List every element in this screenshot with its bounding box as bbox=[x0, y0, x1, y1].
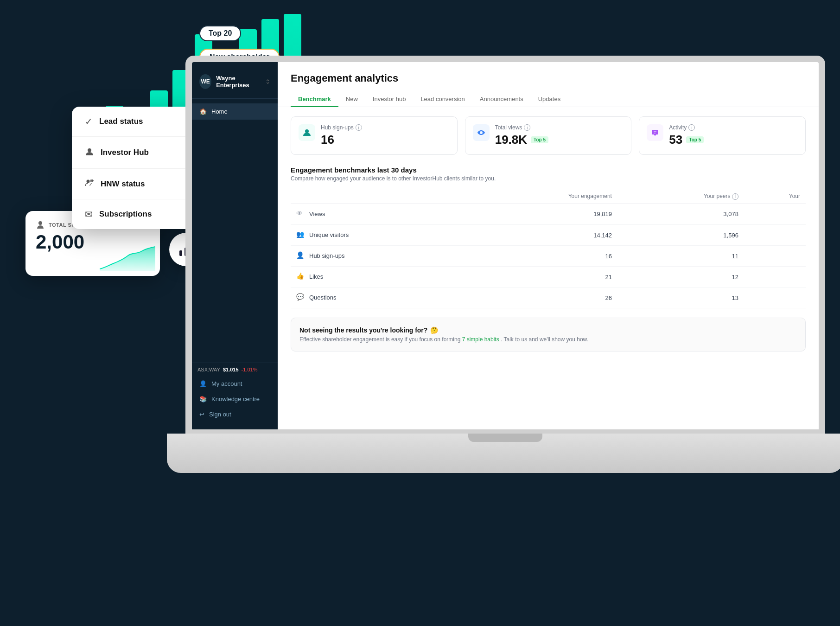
unique-visitors-icon: 👥 bbox=[296, 230, 305, 240]
stat-card-hub-signups: Hub sign-ups i 16 bbox=[291, 116, 458, 155]
views-your bbox=[744, 204, 806, 225]
brand-name: Wayne Enterprises bbox=[216, 75, 260, 89]
hub-signups-value: 16 bbox=[321, 133, 450, 147]
my-account-label: My account bbox=[211, 380, 242, 387]
tabs-bar: Benchmark New Investor hub Lead conversi… bbox=[291, 92, 806, 107]
laptop-screen: WE Wayne Enterprises 🏠 Home ASX:WAY $1.0… bbox=[185, 56, 825, 436]
col-your: Your bbox=[744, 189, 806, 204]
benchmark-row-unique-visitors: 👥 Unique visitors 14,142 1,596 bbox=[291, 225, 806, 246]
knowledge-centre-icon: 📚 bbox=[199, 396, 207, 402]
stat-cards: Hub sign-ups i 16 bbox=[291, 116, 806, 155]
hub-signups-your bbox=[744, 246, 806, 267]
lead-status-label: Lead status bbox=[99, 117, 143, 126]
hub-signups-your-peers: 11 bbox=[617, 246, 744, 267]
svg-point-4 bbox=[87, 180, 90, 183]
sidebar-home-label: Home bbox=[211, 108, 228, 115]
total-views-info-icon[interactable]: i bbox=[524, 124, 530, 131]
sign-out-label: Sign out bbox=[209, 411, 231, 418]
question-icon: 🤔 bbox=[430, 326, 438, 334]
main-header: Engagement analytics Benchmark New Inves… bbox=[278, 62, 819, 107]
laptop-base bbox=[167, 434, 840, 473]
svg-point-3 bbox=[88, 148, 91, 152]
home-icon: 🏠 bbox=[199, 108, 207, 115]
not-seeing-title: Not seeing the results you're looking fo… bbox=[299, 326, 797, 334]
laptop-base-notch bbox=[468, 434, 542, 442]
col-metric bbox=[291, 189, 466, 204]
questions-icon: 💬 bbox=[296, 293, 305, 302]
benchmark-title: Engagement benchmarks last 30 days bbox=[291, 166, 806, 174]
shareholders-mini-chart bbox=[100, 246, 155, 271]
investor-hub-icon bbox=[85, 147, 94, 159]
benchmark-row-views: 👁 Views 19,819 3,078 bbox=[291, 204, 806, 225]
investor-hub-label: Investor Hub bbox=[101, 148, 149, 157]
sidebar-item-sign-out[interactable]: ↩ Sign out bbox=[192, 407, 278, 422]
main-content: Engagement analytics Benchmark New Inves… bbox=[278, 62, 819, 429]
ticker-change: -1.01% bbox=[242, 367, 258, 372]
likes-your-engagement: 21 bbox=[466, 267, 617, 287]
hub-signups-metric: 👤 Hub sign-ups bbox=[291, 246, 466, 267]
ticker-symbol: ASX:WAY bbox=[197, 367, 220, 372]
activity-icon bbox=[647, 124, 663, 141]
tab-updates[interactable]: Updates bbox=[531, 92, 568, 107]
col-your-engagement: Your engagement bbox=[466, 189, 617, 204]
shareholders-person-icon bbox=[36, 220, 45, 230]
unique-visitors-your-peers: 1,596 bbox=[617, 225, 744, 246]
content-body: Hub sign-ups i 16 bbox=[278, 107, 819, 429]
views-metric: 👁 Views bbox=[291, 204, 466, 225]
stat-card-activity: Activity i 53 Top 5 bbox=[639, 116, 806, 155]
top20-badge: Top 20 bbox=[199, 26, 241, 41]
likes-icon: 👍 bbox=[296, 272, 305, 281]
seven-habits-link[interactable]: 7 simple habits bbox=[462, 336, 499, 343]
benchmark-row-likes: 👍 Likes 21 12 bbox=[291, 267, 806, 287]
total-views-top-badge: Top 5 bbox=[531, 136, 548, 143]
tab-new[interactable]: New bbox=[338, 92, 365, 107]
total-views-label: Total views i bbox=[495, 124, 624, 131]
hub-signups-info-icon[interactable]: i bbox=[356, 124, 362, 131]
my-account-icon: 👤 bbox=[199, 380, 207, 387]
tab-investor-hub[interactable]: Investor hub bbox=[365, 92, 414, 107]
sidebar-item-knowledge-centre[interactable]: 📚 Knowledge centre bbox=[192, 391, 278, 407]
activity-value: 53 Top 5 bbox=[669, 133, 798, 147]
unique-visitors-your-engagement: 14,142 bbox=[466, 225, 617, 246]
svg-rect-0 bbox=[179, 250, 182, 256]
questions-metric: 💬 Questions bbox=[291, 287, 466, 308]
tab-benchmark[interactable]: Benchmark bbox=[291, 92, 338, 107]
ticker-bar: ASX:WAY $1.015 -1.01% bbox=[192, 363, 278, 376]
benchmark-row-questions: 💬 Questions 26 13 bbox=[291, 287, 806, 308]
sidebar-item-my-account[interactable]: 👤 My account bbox=[192, 376, 278, 391]
svg-point-8 bbox=[305, 129, 309, 133]
activity-label: Activity i bbox=[669, 124, 798, 131]
benchmark-subtitle: Compare how engaged your audience is to … bbox=[291, 175, 806, 182]
hnw-status-label: HNW status bbox=[101, 179, 145, 189]
not-seeing-text: Effective shareholder engagement is easy… bbox=[299, 336, 797, 343]
activity-info-icon[interactable]: i bbox=[688, 124, 695, 131]
lead-status-icon: ✓ bbox=[85, 116, 93, 127]
unique-visitors-metric: 👥 Unique visitors bbox=[291, 225, 466, 246]
hub-signups-row-icon: 👤 bbox=[296, 251, 305, 261]
sidebar: WE Wayne Enterprises 🏠 Home ASX:WAY $1.0… bbox=[192, 62, 278, 429]
benchmark-header: Engagement benchmarks last 30 days Compa… bbox=[291, 166, 806, 182]
page-title: Engagement analytics bbox=[291, 72, 806, 84]
hnw-status-icon bbox=[85, 178, 94, 190]
total-views-icon bbox=[473, 124, 490, 141]
questions-your-peers: 13 bbox=[617, 287, 744, 308]
questions-your bbox=[744, 287, 806, 308]
knowledge-centre-label: Knowledge centre bbox=[211, 396, 260, 402]
tab-lead-conversion[interactable]: Lead conversion bbox=[413, 92, 472, 107]
views-icon: 👁 bbox=[296, 210, 305, 219]
sidebar-item-home[interactable]: 🏠 Home bbox=[192, 103, 278, 120]
likes-metric: 👍 Likes bbox=[291, 267, 466, 287]
likes-your-peers: 12 bbox=[617, 267, 744, 287]
hub-signups-label: Hub sign-ups i bbox=[321, 124, 450, 131]
brand-logo: WE bbox=[199, 74, 211, 89]
ticker-price: $1.015 bbox=[223, 367, 239, 372]
col-your-peers: Your peers i bbox=[617, 189, 744, 204]
views-your-peers: 3,078 bbox=[617, 204, 744, 225]
tab-announcements[interactable]: Announcements bbox=[472, 92, 531, 107]
hub-signups-icon bbox=[299, 124, 315, 141]
not-seeing-section: Not seeing the results you're looking fo… bbox=[291, 318, 806, 351]
total-views-value: 19.8K Top 5 bbox=[495, 133, 624, 147]
activity-top-badge: Top 5 bbox=[686, 136, 704, 143]
subscriptions-icon: ✉ bbox=[85, 209, 93, 220]
peers-info-icon[interactable]: i bbox=[732, 193, 738, 200]
